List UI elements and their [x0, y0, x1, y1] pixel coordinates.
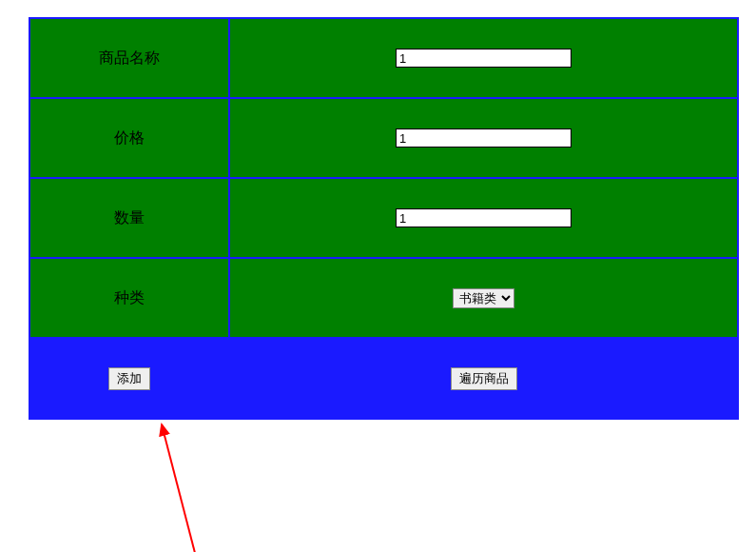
price-label: 价格 [29, 98, 229, 178]
category-label: 种类 [29, 258, 229, 338]
category-select-cell: 书籍类 [229, 258, 738, 338]
action-row: 添加 遍历商品 [29, 338, 738, 419]
quantity-input[interactable] [396, 208, 572, 227]
product-name-input[interactable] [396, 49, 572, 68]
add-button-cell: 添加 [29, 338, 229, 419]
annotation-arrow-container [29, 420, 756, 552]
add-button[interactable]: 添加 [108, 367, 150, 390]
quantity-row: 数量 [29, 178, 738, 258]
quantity-label: 数量 [29, 178, 229, 258]
category-row: 种类 书籍类 [29, 258, 738, 338]
annotation-arrow-icon [105, 410, 219, 552]
traverse-button-cell: 遍历商品 [229, 338, 738, 419]
price-input-cell [229, 98, 738, 178]
svg-line-1 [162, 424, 195, 552]
product-name-row: 商品名称 [29, 18, 738, 98]
price-input[interactable] [396, 128, 572, 148]
price-row: 价格 [29, 98, 738, 178]
product-name-input-cell [229, 18, 738, 98]
product-name-label: 商品名称 [29, 18, 229, 98]
product-form-table: 商品名称 价格 数量 种类 书籍类 添加 遍历商品 [29, 17, 739, 420]
quantity-input-cell [229, 178, 738, 258]
category-select[interactable]: 书籍类 [453, 288, 514, 308]
traverse-button[interactable]: 遍历商品 [451, 367, 517, 390]
